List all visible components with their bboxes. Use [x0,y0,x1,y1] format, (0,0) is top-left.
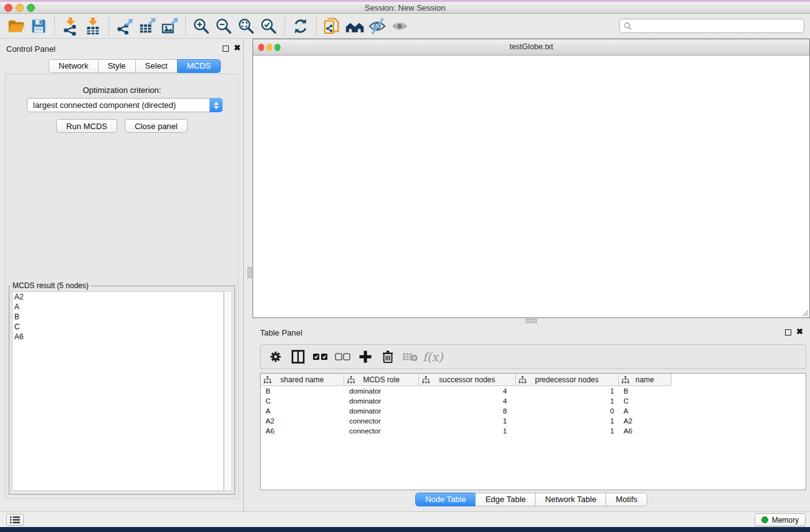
table-cell[interactable]: 1 [516,396,619,406]
table-row[interactable]: Cdominator41C [261,396,806,406]
table-float-icon[interactable] [785,329,791,336]
network-window-titlebar: testGlobe.txt [253,39,809,56]
export-network-icon [115,17,134,36]
mcds-result-box: MCDS result (5 nodes) A2ABCA6 [9,281,235,495]
table-row[interactable]: Bdominator41B [261,386,806,396]
import-network-button[interactable] [59,16,82,37]
table-cell[interactable]: A6 [261,426,344,436]
table-cell[interactable]: A2 [619,416,672,426]
close-panel-icon[interactable]: ✖ [234,44,241,52]
mcds-result-item[interactable]: C [12,322,223,332]
table-cell[interactable]: connector [344,416,419,426]
table-cell[interactable]: dominator [344,386,419,396]
select-all-button[interactable] [311,347,330,367]
zoom-fit-button[interactable] [235,16,258,37]
tab-network-table[interactable]: Network Table [535,493,606,506]
search-input[interactable] [632,19,804,32]
settings-gear-button[interactable] [266,347,286,367]
column-header[interactable]: predecessor nodes [516,374,619,386]
table-cell[interactable]: 8 [419,406,516,416]
column-header[interactable]: name [619,374,672,386]
tab-node-table[interactable]: Node Table [415,493,476,506]
function-builder-button[interactable]: f(x) [423,347,443,367]
table-cell[interactable]: C [261,396,344,406]
duplicate-network-button[interactable] [321,16,344,37]
table-cell[interactable]: 1 [516,386,619,396]
tab-style[interactable]: Style [98,59,136,73]
table-cell[interactable]: 4 [419,396,516,406]
refresh-icon [292,17,309,35]
table-close-icon[interactable]: ✖ [796,327,803,336]
open-session-button[interactable] [5,16,27,37]
close-panel-button[interactable]: Close panel [125,119,188,133]
criterion-dropdown[interactable]: largest connected component (directed) [27,98,223,112]
table-cell[interactable]: A [261,406,344,416]
show-log-button[interactable] [6,514,24,526]
table-cell[interactable]: 1 [419,426,516,436]
table-cell[interactable]: C [619,396,672,406]
table-cell[interactable]: A6 [619,426,672,436]
memory-status-icon [761,516,768,523]
table-cell[interactable]: B [619,386,672,396]
table-cell[interactable]: 0 [516,406,619,416]
table-cell[interactable]: 1 [516,426,619,436]
deselect-all-button[interactable] [333,347,353,367]
mcds-result-item[interactable]: B [12,312,223,322]
table-cell[interactable]: 1 [419,416,516,426]
delete-table-button[interactable] [400,347,420,367]
table-cell[interactable]: 4 [419,386,516,396]
export-network-button[interactable] [113,16,136,37]
tab-select[interactable]: Select [135,59,178,73]
memory-button[interactable]: Memory [755,513,806,526]
column-header[interactable]: shared name [261,374,344,386]
search-field[interactable] [619,19,804,33]
import-table-button[interactable] [82,16,104,37]
export-image-button[interactable] [158,16,181,37]
network-canvas[interactable] [253,56,809,317]
home-button[interactable] [344,16,366,37]
network-graph[interactable] [253,56,809,317]
tab-network[interactable]: Network [49,59,99,73]
mcds-result-item[interactable]: A [12,302,223,312]
run-mcds-button[interactable]: Run MCDS [56,119,117,133]
main-titlebar: Session: New Session [0,2,810,14]
table-row[interactable]: A2connector11A2 [261,416,806,426]
table-panel-title: Table Panel [260,328,302,337]
save-session-button[interactable] [27,16,50,37]
split-pane-handle-horizontal[interactable] [526,319,537,323]
tab-mcds[interactable]: MCDS [177,59,221,73]
column-header[interactable]: successor nodes [419,374,516,386]
mcds-result-scrollbar[interactable] [224,291,232,491]
table-cell[interactable]: 1 [516,416,619,426]
delete-column-button[interactable] [378,347,398,367]
show-graphics-details-button[interactable] [388,16,411,37]
hierarchy-icon [264,376,271,384]
column-header[interactable]: MCDS role [344,374,419,386]
mcds-tab-panel: Optimization criterion: largest connecte… [5,74,239,499]
mcds-result-item[interactable]: A2 [12,292,223,302]
table-cell[interactable]: A2 [261,416,344,426]
table-cell[interactable]: A [619,406,672,416]
tab-edge-table[interactable]: Edge Table [475,493,536,506]
zoom-in-button[interactable] [190,16,213,37]
zoom-selected-button[interactable] [258,16,280,37]
table-row[interactable]: Adominator80A [261,406,806,416]
tab-motifs[interactable]: Motifs [605,493,647,506]
mcds-result-item[interactable]: A6 [12,332,223,342]
function-builder-icon: f(x) [423,350,443,364]
show-columns-button[interactable] [288,347,308,367]
table-row[interactable]: A6connector11A6 [261,426,806,436]
split-pane-handle-vertical[interactable] [248,267,252,278]
table-cell[interactable]: dominator [344,396,419,406]
table-cell[interactable]: B [261,386,344,396]
refresh-button[interactable] [289,16,312,37]
zoom-fit-icon [237,17,256,36]
window-resize-grip[interactable] [800,308,809,317]
table-cell[interactable]: dominator [344,406,419,416]
export-table-button[interactable] [136,16,158,37]
add-column-button[interactable] [355,347,375,367]
zoom-out-button[interactable] [213,16,235,37]
table-cell[interactable]: connector [344,426,419,436]
float-panel-icon[interactable] [223,46,229,52]
hide-graphics-details-button[interactable] [366,16,388,37]
